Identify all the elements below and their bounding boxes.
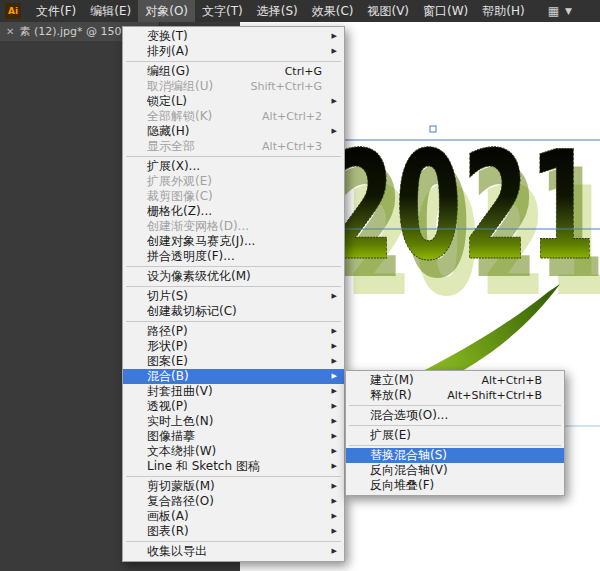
menu-item-unlock-all: 全部解锁(K)Alt+Ctrl+2 [123, 109, 344, 124]
submenu-arrow-icon: ▶ [332, 544, 337, 559]
menu-item-transform[interactable]: 变换(T)▶ [123, 29, 344, 44]
menubar-item-type[interactable]: 文字(T) [195, 0, 250, 22]
submenu-arrow-icon: ▶ [332, 414, 337, 429]
illustrator-window: 2021 2021 2021 ✕ 素 (12).jpg* @ 150% (RG … [0, 0, 600, 571]
menu-item-reverse-front-to-back[interactable]: 反向堆叠(F) [346, 478, 564, 493]
submenu-arrow-icon: ▶ [332, 339, 337, 354]
menu-separator [349, 445, 561, 446]
menu-item-create-trim-marks[interactable]: 创建裁切标记(C) [123, 304, 344, 319]
submenu-arrow-icon: ▶ [332, 94, 337, 109]
menu-item-reverse-spine[interactable]: 反向混合轴(V) [346, 463, 564, 478]
menu-item-expand[interactable]: 扩展(X)... [123, 159, 344, 174]
menu-item-compound-path[interactable]: 复合路径(O)▶ [123, 494, 344, 509]
menu-item-label: 设为像素级优化(M) [147, 269, 251, 284]
menubar-item-view[interactable]: 视图(V) [360, 0, 416, 22]
menu-item-label: 反向混合轴(V) [370, 463, 448, 478]
menu-item-blend-options[interactable]: 混合选项(O)... [346, 408, 564, 423]
submenu-arrow-icon: ▶ [332, 324, 337, 339]
menubar: Ai 文件(F)编辑(E)对象(O)文字(T)选择(S)效果(C)视图(V)窗口… [0, 0, 600, 22]
menu-item-blend[interactable]: 混合(B)▶ [123, 369, 344, 384]
menu-item-label: 路径(P) [147, 324, 188, 339]
menu-item-shortcut: Alt+Ctrl+2 [248, 109, 322, 124]
submenu-arrow-icon: ▶ [332, 289, 337, 304]
submenu-arrow-icon: ▶ [332, 29, 337, 44]
menu-item-label: 隐藏(H) [147, 124, 189, 139]
menu-item-line-sketch-art[interactable]: Line 和 Sketch 图稿▶ [123, 459, 344, 474]
menubar-item-file[interactable]: 文件(F) [29, 0, 83, 22]
menu-item-slice[interactable]: 切片(S)▶ [123, 289, 344, 304]
menu-item-expand-appearance: 扩展外观(E) [123, 174, 344, 189]
menubar-window-controls: ▦ ▼ [548, 0, 572, 22]
menu-separator [126, 476, 341, 477]
menu-item-label: 混合选项(O)... [370, 408, 448, 423]
menu-item-label: 替换混合轴(S) [370, 448, 447, 463]
menu-item-envelope-distort[interactable]: 封套扭曲(V)▶ [123, 384, 344, 399]
menubar-item-edit[interactable]: 编辑(E) [83, 0, 138, 22]
menubar-item-help[interactable]: 帮助(H) [475, 0, 531, 22]
menu-separator [126, 286, 341, 287]
menubar-item-window[interactable]: 窗口(W) [416, 0, 475, 22]
selection-handle[interactable] [430, 126, 436, 132]
submenu-arrow-icon: ▶ [332, 44, 337, 59]
menu-separator [126, 266, 341, 267]
menu-separator [126, 61, 341, 62]
menu-item-replace-spine[interactable]: 替换混合轴(S) [346, 448, 564, 463]
menu-item-image-trace[interactable]: 图像描摹▶ [123, 429, 344, 444]
menubar-item-object[interactable]: 对象(O) [138, 0, 195, 22]
menu-item-label: 切片(S) [147, 289, 188, 304]
menu-item-release[interactable]: 释放(R)Alt+Shift+Ctrl+B [346, 388, 564, 403]
menubar-item-effect[interactable]: 效果(C) [305, 0, 361, 22]
menu-separator [349, 405, 561, 406]
menu-item-group[interactable]: 编组(G)Ctrl+G [123, 64, 344, 79]
menu-item-label: 图像描摹 [147, 429, 195, 444]
submenu-arrow-icon: ▶ [332, 399, 337, 414]
menu-item-show-all: 显示全部Alt+Ctrl+3 [123, 139, 344, 154]
menu-item-shortcut: Ctrl+G [271, 64, 322, 79]
menu-item-label: 创建渐变网格(D)... [147, 219, 249, 234]
menu-item-label: 编组(G) [147, 64, 190, 79]
menu-item-text-wrap[interactable]: 文本绕排(W)▶ [123, 444, 344, 459]
menu-item-expand[interactable]: 扩展(E) [346, 428, 564, 443]
menu-item-lock[interactable]: 锁定(L)▶ [123, 94, 344, 109]
menu-item-make[interactable]: 建立(M)Alt+Ctrl+B [346, 373, 564, 388]
menu-item-label: 变换(T) [147, 29, 188, 44]
submenu-arrow-icon: ▶ [332, 479, 337, 494]
menu-item-shortcut: Alt+Ctrl+B [468, 373, 542, 388]
menubar-item-select[interactable]: 选择(S) [250, 0, 305, 22]
menu-item-ungroup: 取消编组(U)Shift+Ctrl+G [123, 79, 344, 94]
object-menu-panel: 变换(T)▶排列(A)▶编组(G)Ctrl+G取消编组(U)Shift+Ctrl… [122, 26, 345, 562]
menu-item-label: 排列(A) [147, 44, 189, 59]
menu-item-label: 透视(P) [147, 399, 188, 414]
arrange-documents-icon[interactable]: ▦ [548, 0, 559, 22]
menu-item-label: 图表(R) [147, 524, 189, 539]
menu-item-collect-for-export[interactable]: 收集以导出▶ [123, 544, 344, 559]
submenu-arrow-icon: ▶ [332, 509, 337, 524]
menu-item-label: 全部解锁(K) [147, 109, 212, 124]
submenu-arrow-icon: ▶ [332, 494, 337, 509]
menu-item-shape[interactable]: 形状(P)▶ [123, 339, 344, 354]
menu-item-label: 释放(R) [370, 388, 412, 403]
menu-item-live-paint[interactable]: 实时上色(N)▶ [123, 414, 344, 429]
menu-item-label: 裁剪图像(C) [147, 189, 213, 204]
illustrator-logo-icon: Ai [5, 3, 21, 19]
menu-item-label: 扩展(X)... [147, 159, 200, 174]
menu-item-path[interactable]: 路径(P)▶ [123, 324, 344, 339]
submenu-arrow-icon: ▶ [332, 354, 337, 369]
menubar-items: 文件(F)编辑(E)对象(O)文字(T)选择(S)效果(C)视图(V)窗口(W)… [29, 0, 532, 22]
menu-item-graph[interactable]: 图表(R)▶ [123, 524, 344, 539]
chevron-down-icon[interactable]: ▼ [565, 0, 572, 22]
menu-item-make-pixel-perfect[interactable]: 设为像素级优化(M) [123, 269, 344, 284]
menu-item-label: 实时上色(N) [147, 414, 213, 429]
menu-separator [349, 425, 561, 426]
menu-item-perspective[interactable]: 透视(P)▶ [123, 399, 344, 414]
menu-item-pattern[interactable]: 图案(E)▶ [123, 354, 344, 369]
close-tab-icon[interactable]: ✕ [6, 26, 14, 37]
menu-item-hide[interactable]: 隐藏(H)▶ [123, 124, 344, 139]
menu-item-rasterize[interactable]: 栅格化(Z)... [123, 204, 344, 219]
menu-item-flatten-transparency[interactable]: 拼合透明度(F)... [123, 249, 344, 264]
menu-item-create-object-mosaic[interactable]: 创建对象马赛克(J)... [123, 234, 344, 249]
menu-item-arrange[interactable]: 排列(A)▶ [123, 44, 344, 59]
menu-item-clipping-mask[interactable]: 剪切蒙版(M)▶ [123, 479, 344, 494]
artwork-number-2021: 2021 [328, 119, 596, 293]
menu-item-artboards[interactable]: 画板(A)▶ [123, 509, 344, 524]
